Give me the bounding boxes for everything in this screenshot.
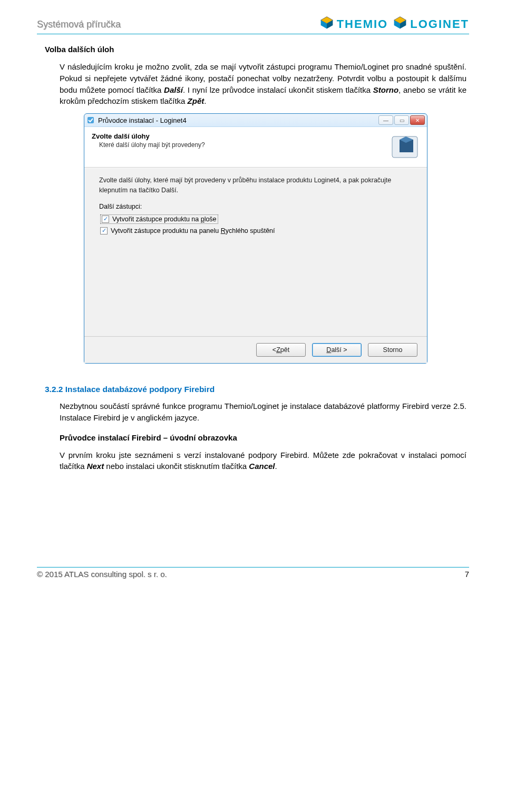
logo-loginet: LOGINET [393, 16, 469, 33]
logos: THEMIO LOGINET [320, 16, 469, 33]
wizard-heading: Zvolte další úlohy [92, 132, 385, 140]
doc-header: Systémová příručka THEMIO LOGINET [37, 16, 469, 34]
wizard-body: Zvolte další úlohy, které mají být prove… [84, 168, 427, 336]
titlebar: Průvodce instalací - Loginet4 — ▭ ✕ [84, 114, 427, 127]
section2-para2: V prvním kroku jste seznámeni s verzí in… [60, 449, 466, 473]
cube-icon [393, 16, 407, 33]
logo-themio-text: THEMIO [337, 17, 388, 31]
doc-footer: © 2015 ATLAS consulting spol. s r. o. 7 [37, 567, 469, 579]
checkbox-icon: ✓ [102, 216, 109, 223]
checkbox-label: Vytvořit zástupce produktu na ploše [112, 216, 217, 223]
section1-para: V následujícím kroku je možno zvolit, zd… [60, 61, 466, 107]
close-button[interactable]: ✕ [410, 115, 425, 125]
minimize-button[interactable]: — [378, 115, 393, 125]
wizard-header: Zvolte další úlohy Které další úlohy maj… [84, 127, 427, 168]
section2-heading: 3.2.2 Instalace databázové podpory Fireb… [45, 385, 466, 394]
wizard-logo-icon [390, 132, 420, 162]
installer-window: Průvodce instalací - Loginet4 — ▭ ✕ Zvol… [84, 113, 427, 364]
svg-rect-6 [87, 117, 94, 123]
wizard-subheading: Které další úlohy mají být provedeny? [99, 141, 385, 149]
checkbox-desktop-shortcut[interactable]: ✓ Vytvořit zástupce produktu na ploše [100, 214, 218, 224]
copyright: © 2015 ATLAS consulting spol. s r. o. [37, 570, 167, 579]
section2-para1: Nezbytnou součástí správné funkce progra… [60, 400, 466, 424]
cube-icon [320, 16, 334, 33]
window-buttons: — ▭ ✕ [378, 115, 425, 125]
logo-themio: THEMIO [320, 16, 388, 33]
cancel-button[interactable]: Storno [368, 343, 417, 357]
group-label: Další zástupci: [99, 203, 412, 210]
page-number: 7 [465, 570, 469, 579]
checkbox-icon: ✓ [100, 227, 108, 234]
section-heading: Volba dalších úloh [45, 45, 466, 54]
back-button[interactable]: < Zpět [256, 343, 306, 357]
checkbox-quicklaunch-shortcut[interactable]: ✓ Vytvořit zástupce produktu na panelu R… [100, 227, 412, 234]
wizard-intro: Zvolte další úlohy, které mají být prove… [99, 175, 412, 195]
logo-loginet-text: LOGINET [410, 17, 469, 31]
doc-title: Systémová příručka [37, 19, 121, 30]
app-icon [86, 116, 95, 124]
window-title: Průvodce instalací - Loginet4 [98, 116, 378, 124]
next-button[interactable]: Další > [312, 343, 362, 357]
section2-sub: Průvodce instalací Firebird – úvodní obr… [60, 433, 466, 442]
wizard-button-row: < Zpět Další > Storno [84, 336, 427, 363]
maximize-button[interactable]: ▭ [394, 115, 409, 125]
checkbox-label: Vytvořit zástupce produktu na panelu Ryc… [111, 227, 275, 234]
